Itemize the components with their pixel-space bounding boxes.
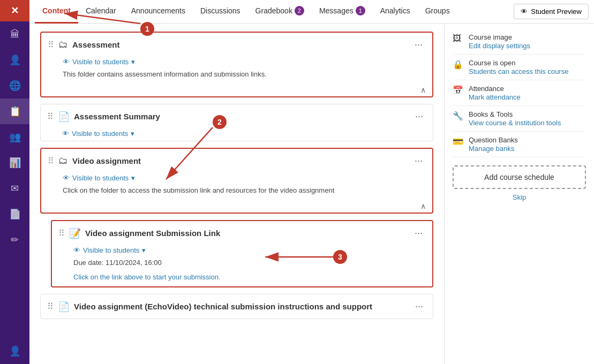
assessment-summary-header: ⠿ 📄 Assessment Summary ··· [41,104,433,128]
submission-more-button[interactable]: ··· [411,226,426,240]
sidebar-item-profile[interactable]: 👤 [0,47,29,73]
sidebar-close-button[interactable]: ✕ [0,0,29,21]
books-tools-label: Books & Tools [469,110,586,118]
edit-icon: ✏ [11,234,19,246]
assessment-more-button[interactable]: ··· [411,38,426,51]
video-assignment-folder: ⠿ 🗂 Video assignment ··· 👁 Visible to st… [40,148,433,214]
books-tools-section: 🔧 Books & Tools View course & institutio… [453,106,586,132]
tab-announcements[interactable]: Announcements [124,0,193,24]
video-assignment-header: ⠿ 🗂 Video assignment ··· [41,149,432,173]
assessment-folder: ⠿ 🗂 Assessment ··· 👁 Visible to students… [40,32,433,97]
drag-handle-instructions[interactable]: ⠿ [47,301,54,312]
main-container: Content Calendar Announcements Discussio… [29,0,594,364]
eye-icon-submission: 👁 [73,246,80,254]
sidebar-item-people[interactable]: 👥 [0,124,29,150]
institution-icon: 🏛 [10,29,20,40]
sidebar-item-content[interactable]: 📋 [0,98,29,124]
submission-link-title: Video assignment Submission Link [85,229,407,238]
profile-icon: 👤 [9,54,21,66]
tab-calendar[interactable]: Calendar [78,0,124,24]
tab-content[interactable]: Content [35,0,78,24]
submission-description: Click on the link above to start your su… [52,272,432,286]
collapse-icon-assessment[interactable]: ∧ [420,86,426,94]
people-icon: 👥 [9,131,21,143]
course-open-label: Course is open [469,59,586,67]
eye-icon-video: 👁 [63,174,70,182]
drag-handle-submission[interactable]: ⠿ [58,228,65,238]
assessment-header: ⠿ 🗂 Assessment ··· [41,33,432,57]
course-open-section: 🔒 Course is open Students can access thi… [453,55,586,80]
question-banks-label: Question Banks [469,136,586,144]
sidebar-item-reports[interactable]: 📊 [0,150,29,176]
video-instructions-item: ⠿ 📄 Video assignment (EchoVideo) technic… [40,294,433,319]
sidebar-item-messages[interactable]: ✉ [0,176,29,201]
video-more-button[interactable]: ··· [411,154,426,168]
sidebar-item-documents[interactable]: 📄 [0,201,29,227]
course-image-label: Course image [469,33,586,41]
assessment-visibility[interactable]: 👁 Visible to students ▾ [41,57,432,69]
drag-handle-video[interactable]: ⠿ [48,156,54,166]
nav-tabs: Content Calendar Announcements Discussio… [29,0,594,24]
mark-attendance-link[interactable]: Mark attendance [469,93,521,101]
eye-icon-summary: 👁 [62,130,69,138]
tab-analytics[interactable]: Analytics [373,0,418,24]
instructions-more-button[interactable]: ··· [412,300,426,313]
eye-icon: 👁 [521,7,528,16]
manage-banks-link[interactable]: Manage banks [469,145,514,153]
chevron-down-icon-summary: ▾ [131,130,134,138]
tab-discussions[interactable]: Discussions [193,0,248,24]
summary-visibility[interactable]: 👁 Visible to students ▾ [41,128,433,141]
account-icon: 👤 [9,345,21,357]
reports-icon: 📊 [9,157,21,169]
question-banks-section: 💳 Question Banks Manage banks [453,132,586,157]
tab-messages[interactable]: Messages 1 [312,0,373,24]
attendance-label: Attendance [469,85,586,93]
drag-handle-summary[interactable]: ⠿ [47,111,54,122]
sidebar: ✕ 🏛 👤 🌐 📋 👥 📊 ✉ 📄 ✏ 👤 [0,0,29,364]
main-content: ⠿ 🗂 Assessment ··· 👁 Visible to students… [29,24,444,364]
image-icon: 🖼 [453,34,463,43]
skip-link[interactable]: Skip [453,193,586,201]
folder-icon-assessment: 🗂 [58,39,68,50]
assessment-description: This folder contains assessment informat… [41,69,432,84]
edit-display-settings-link[interactable]: Edit display settings [469,42,530,50]
folder-icon-video: 🗂 [58,155,68,166]
video-visibility[interactable]: 👁 Visible to students ▾ [41,173,432,185]
student-preview-button[interactable]: 👁 Student Preview [514,4,589,19]
document-icon-instructions: 📄 [58,301,70,313]
due-date: Due date: 11/10/2024, 16:00 [52,257,432,272]
sidebar-item-edit[interactable]: ✏ [0,227,29,253]
view-course-tools-link[interactable]: View course & institution tools [469,119,561,127]
video-instructions-title: Video assignment (EchoVideo) technical s… [74,302,408,311]
messages-icon: ✉ [11,183,19,194]
chevron-down-icon-submission: ▾ [142,246,146,254]
assessment-title: Assessment [72,40,407,49]
assessment-summary-title: Assessment Summary [74,112,408,121]
attendance-section: 📅 Attendance Mark attendance [453,80,586,106]
sidebar-item-account[interactable]: 👤 [0,338,29,364]
content-area: ⠿ 🗂 Assessment ··· 👁 Visible to students… [29,24,594,364]
globe-icon: 🌐 [9,80,21,92]
video-assignment-title: Video assignment [72,156,407,165]
tab-gradebook[interactable]: Gradebook 2 [248,0,312,24]
attendance-icon: 📅 [453,85,463,95]
submission-visibility[interactable]: 👁 Visible to students ▾ [52,245,432,257]
video-instructions-header: ⠿ 📄 Video assignment (EchoVideo) technic… [41,294,433,318]
course-image-section: 🖼 Course image Edit display settings [453,29,586,55]
chevron-down-icon-video: ▾ [131,174,135,182]
add-course-schedule-button[interactable]: Add course schedule [453,165,586,189]
chevron-down-icon: ▾ [131,58,135,66]
drag-handle-assessment[interactable]: ⠿ [48,40,54,50]
sidebar-item-global[interactable]: 🌐 [0,73,29,98]
question-banks-icon: 💳 [453,136,463,147]
document-icon-summary: 📄 [58,111,70,123]
document-icon-submission: 📝 [69,228,81,239]
collapse-icon-video[interactable]: ∧ [420,202,426,210]
eye-icon-assessment: 👁 [63,58,70,66]
gradebook-badge: 2 [295,6,304,16]
students-access-link[interactable]: Students can access this course [469,67,568,75]
tools-icon: 🔧 [453,111,463,121]
tab-groups[interactable]: Groups [418,0,457,24]
summary-more-button[interactable]: ··· [412,110,426,123]
sidebar-item-institution[interactable]: 🏛 [0,21,29,47]
